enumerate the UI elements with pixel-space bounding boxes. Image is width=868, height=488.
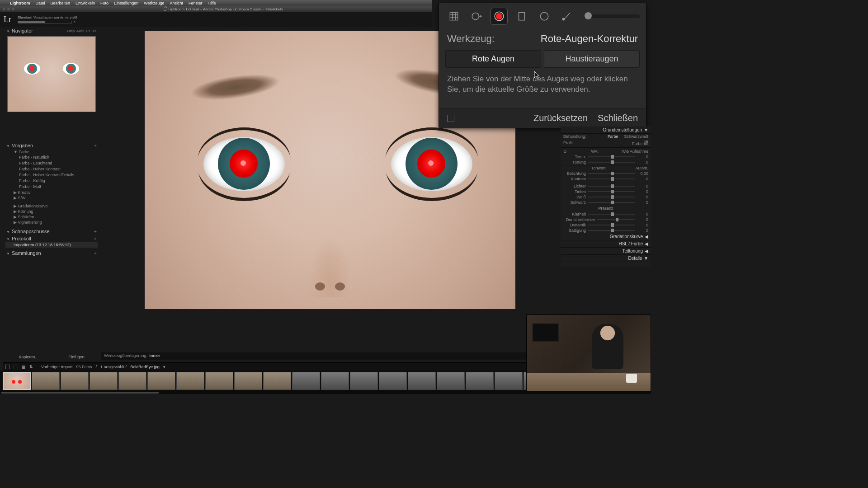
- clarity-value[interactable]: 0: [637, 212, 648, 216]
- blacks-value[interactable]: 0: [637, 200, 648, 205]
- grid-icon[interactable]: ▦: [22, 365, 26, 369]
- filmstrip-thumb[interactable]: [176, 372, 204, 390]
- tab-red-eye[interactable]: Rote Augen: [445, 50, 541, 68]
- temp-value[interactable]: 0: [637, 155, 648, 159]
- snapshots-header[interactable]: ▼Schnappschüsse +: [4, 228, 99, 235]
- zoom-3to1[interactable]: 3:1: [92, 29, 97, 33]
- window-minimize-button[interactable]: [7, 8, 10, 10]
- preset-group-farbe[interactable]: ▼ Farbe: [4, 149, 99, 155]
- navigator-thumbnail[interactable]: [7, 36, 96, 112]
- filmstrip-thumb[interactable]: [495, 372, 523, 390]
- detail-panel-header[interactable]: Details▼: [561, 255, 651, 262]
- window-close-button[interactable]: [3, 8, 5, 10]
- tint-value[interactable]: 0: [637, 160, 648, 164]
- filmstrip-scrollbar[interactable]: [0, 391, 651, 394]
- filmstrip-thumb[interactable]: [32, 372, 60, 390]
- filmstrip-thumb[interactable]: [466, 372, 494, 390]
- tool-switch[interactable]: [447, 115, 454, 122]
- tool-overlay-value[interactable]: Immer: [148, 353, 160, 358]
- preset-item[interactable]: Farbe - Hoher Kontrast/Details: [4, 172, 99, 178]
- filmstrip-thumb[interactable]: [234, 372, 262, 390]
- dehaze-value[interactable]: 0: [637, 217, 648, 222]
- history-header[interactable]: ▼Protokoll ×: [4, 235, 99, 242]
- presets-header[interactable]: ▼Vorgaben +: [4, 142, 99, 149]
- navigator-header[interactable]: ▼Navigator Einp. Ausf. 1:1 3:1: [4, 27, 99, 34]
- graduated-filter-icon[interactable]: [513, 8, 530, 25]
- add-snapshot-button[interactable]: +: [94, 229, 97, 234]
- redeye-tool-icon[interactable]: [491, 8, 508, 25]
- filmstrip-thumb[interactable]: [350, 372, 378, 390]
- filmstrip-thumb[interactable]: [118, 372, 146, 390]
- history-item[interactable]: Importieren (13.12.18 16:56:12): [5, 242, 98, 248]
- profile-value[interactable]: Farbe: [632, 141, 643, 146]
- wb-value[interactable]: Wie Aufnahme: [622, 149, 648, 154]
- crop-tool-icon[interactable]: [445, 8, 462, 25]
- preset-group-sharpen[interactable]: ▶ Schärfen: [4, 214, 99, 220]
- sort-icon[interactable]: ⇅: [29, 365, 33, 369]
- treatment-bw[interactable]: Schwarzweiß: [624, 134, 648, 139]
- radial-filter-icon[interactable]: [536, 8, 553, 25]
- treatment-color[interactable]: Farbe: [608, 134, 618, 139]
- menu-fenster[interactable]: Fenster: [189, 1, 203, 5]
- menu-ansicht[interactable]: Ansicht: [170, 1, 184, 5]
- zoom-fit[interactable]: Einp.: [67, 29, 76, 33]
- preset-item[interactable]: Farbe - Hoher Kontrast: [4, 166, 99, 172]
- second-window-button[interactable]: [14, 365, 18, 369]
- menu-foto[interactable]: Foto: [100, 1, 108, 5]
- preset-item[interactable]: Farbe - Leuchtend: [4, 160, 99, 166]
- zoom-fill[interactable]: Ausf.: [76, 29, 85, 33]
- filmstrip-thumb[interactable]: [90, 372, 118, 390]
- zoom-1to1[interactable]: 1:1: [86, 29, 91, 33]
- preset-group-curve[interactable]: ▶ Gradationskurve: [4, 203, 99, 209]
- window-zoom-button[interactable]: [12, 8, 14, 10]
- filmstrip-thumb[interactable]: [147, 372, 175, 390]
- target-adjust-icon[interactable]: ⊙: [563, 149, 568, 154]
- preset-item[interactable]: Farbe - Kräftig: [4, 178, 99, 184]
- highlights-value[interactable]: 0: [637, 184, 648, 188]
- preset-item[interactable]: Farbe - Matt: [4, 184, 99, 190]
- mask-amount-slider[interactable]: [585, 14, 640, 18]
- preset-group-kreativ[interactable]: ▶ Kreativ: [4, 190, 99, 195]
- filename-dropdown-icon[interactable]: ▾: [163, 365, 165, 369]
- paste-button[interactable]: Einfügen: [68, 355, 85, 359]
- filmstrip-thumb[interactable]: [292, 372, 320, 390]
- add-collection-button[interactable]: +: [94, 250, 97, 256]
- preset-item[interactable]: Farbe - Natürlich: [4, 155, 99, 160]
- main-window-button[interactable]: [5, 365, 10, 369]
- menu-hilfe[interactable]: Hilfe: [208, 1, 216, 5]
- spot-tool-icon[interactable]: [468, 8, 485, 25]
- close-button[interactable]: Schließen: [598, 113, 638, 123]
- tint-slider[interactable]: [588, 162, 635, 163]
- brush-tool-icon[interactable]: [558, 8, 576, 25]
- blacks-slider[interactable]: [588, 202, 635, 203]
- filmstrip-thumb[interactable]: [321, 372, 349, 390]
- tab-pet-eye[interactable]: Haustieraugen: [544, 50, 640, 68]
- preset-group-grain[interactable]: ▶ Körnung: [4, 209, 99, 214]
- dehaze-slider[interactable]: [597, 219, 635, 220]
- saturation-slider[interactable]: [588, 230, 635, 231]
- whites-slider[interactable]: [588, 197, 635, 197]
- add-preset-button[interactable]: +: [94, 143, 97, 148]
- saturation-value[interactable]: 0: [637, 228, 648, 233]
- hsl-panel-header[interactable]: HSL / Farbe◀: [561, 240, 651, 248]
- temp-slider[interactable]: [588, 156, 635, 157]
- contrast-slider[interactable]: [588, 178, 635, 179]
- exposure-value[interactable]: 0,00: [637, 171, 648, 176]
- clear-history-button[interactable]: ×: [94, 236, 97, 241]
- reset-button[interactable]: Zurücksetzen: [533, 113, 588, 123]
- menu-bearbeiten[interactable]: Bearbeiten: [51, 1, 71, 5]
- whites-value[interactable]: 0: [637, 195, 648, 199]
- copy-button[interactable]: Kopieren...: [19, 355, 38, 359]
- collections-header[interactable]: ▼Sammlungen +: [4, 249, 99, 257]
- menu-app[interactable]: Lightroom: [10, 1, 30, 5]
- highlights-slider[interactable]: [588, 186, 635, 187]
- preset-group-vignette[interactable]: ▶ Vignettierung: [4, 220, 99, 225]
- menu-einstellungen[interactable]: Einstellungen: [114, 1, 138, 5]
- curve-panel-header[interactable]: Gradationskurve◀: [561, 233, 651, 240]
- filmstrip-thumb[interactable]: [379, 372, 407, 390]
- filmstrip-thumb[interactable]: [437, 372, 465, 390]
- vibrance-slider[interactable]: [588, 225, 635, 225]
- contrast-value[interactable]: 0: [637, 177, 648, 181]
- shadows-slider[interactable]: [588, 191, 635, 192]
- filmstrip-thumb[interactable]: [205, 372, 233, 390]
